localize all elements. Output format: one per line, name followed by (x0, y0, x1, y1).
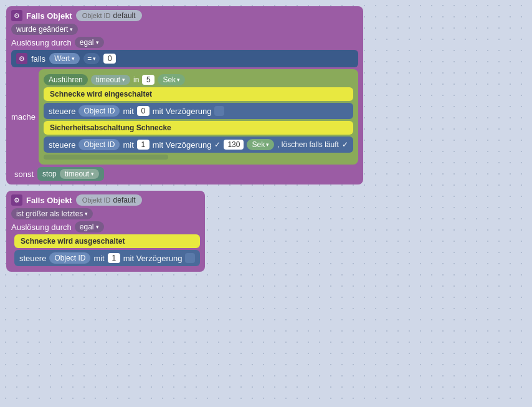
timeout-pill-1[interactable]: timeout (91, 75, 130, 85)
object-id-pill-3[interactable]: Object ID (49, 252, 90, 264)
block1-title: Falls Objekt (26, 11, 72, 21)
mit-label-2: mit (123, 140, 133, 150)
steuere-row-3: steuere Object ID mit 1 mit Verzögerung (14, 250, 200, 266)
ausloesung-row-2: Auslösung durch egal (11, 221, 200, 232)
object-id-pill-1[interactable]: Object ID (78, 105, 120, 117)
mache-row-1: mache Ausführen timeout in 5 Sek Schneck… (11, 69, 358, 165)
mache-label-1: mache (11, 112, 36, 122)
timeout-pill-2[interactable]: timeout (60, 169, 99, 179)
steuere-row-1: steuere Object ID mit 0 mit Verzögerung (44, 103, 353, 119)
objekt-id-value-2: default (113, 196, 136, 204)
objekt-id-value-1: default (113, 11, 136, 20)
gear-icon-2[interactable]: ⚙ (11, 194, 22, 206)
gear-icon-falls-1[interactable]: ⚙ (16, 53, 27, 64)
steuere-label-3: steuere (19, 254, 46, 263)
ausloesung-label-1: Auslösung durch (11, 38, 72, 47)
falls-label-1: falls (31, 54, 45, 64)
sonst-row-1: sonst stop timeout (11, 167, 358, 181)
yellow-block-1: Schnecke wird eingeschaltet (44, 87, 353, 101)
check1: ✓ (214, 140, 221, 149)
check2: ✓ (342, 140, 348, 149)
trigger-row-1: wurde geändert (11, 24, 358, 35)
ausloesung-row-1: Auslösung durch egal (11, 37, 358, 48)
ausfuehren-row: Ausführen timeout in 5 Sek (44, 74, 353, 85)
ausfuehren-block: Ausführen timeout in 5 Sek Schnecke wird… (39, 69, 358, 165)
objekt-id-pill-2[interactable]: Objekt ID default (76, 194, 142, 206)
object-id-pill-2[interactable]: Object ID (78, 139, 120, 150)
ausloesung-label-2: Auslösung durch (11, 223, 72, 232)
value-1b-box[interactable]: 1 (108, 253, 120, 263)
block-purple-1: ⚙ Falls Objekt Objekt ID default wurde g… (6, 6, 363, 184)
block-purple-2: ⚙ Falls Objekt Objekt ID default ist grö… (6, 191, 205, 272)
stop-label-1: stop (42, 170, 57, 178)
block-group-1: ⚙ Falls Objekt Objekt ID default wurde g… (6, 6, 363, 184)
mit-verzoegerung-label-1: mit Verzögerung (153, 107, 212, 116)
delay-btn-2[interactable] (185, 253, 195, 263)
mit-verzoegerung-label-3: mit Verzögerung (123, 254, 183, 263)
value-0b-box[interactable]: 0 (137, 106, 150, 116)
sonst-label-1: sonst (14, 170, 34, 179)
objekt-id-label-2: Objekt ID (82, 196, 111, 204)
sek-value-box[interactable]: 5 (142, 75, 154, 85)
gear-icon-1[interactable]: ⚙ (11, 10, 22, 21)
yellow-block-2: Sicherheitsabschaltung Schnecke (44, 121, 353, 135)
loeschen-label: , löschen falls läuft (277, 140, 339, 149)
objekt-id-label-1: Objekt ID (82, 12, 111, 19)
block-group-2: ⚙ Falls Objekt Objekt ID default ist grö… (6, 191, 205, 272)
objekt-id-pill-1[interactable]: Objekt ID default (76, 10, 142, 21)
block1-header: ⚙ Falls Objekt Objekt ID default (11, 10, 358, 21)
steuere-label-1: steuere (49, 107, 75, 116)
trigger-row-2: ist größer als letztes (11, 208, 200, 219)
sek-pill-2[interactable]: Sek (247, 139, 274, 150)
wert-pill-1[interactable]: Wert (49, 53, 80, 64)
stop-block-1: stop timeout (37, 167, 104, 181)
sek-pill-1[interactable]: Sek (158, 74, 185, 85)
yellow-block-3: Schnecke wird ausgeschaltet (14, 234, 200, 248)
falls-block-1: ⚙ falls Wert = 0 (11, 50, 358, 67)
trigger-dropdown-2[interactable]: ist größer als letztes (11, 208, 93, 219)
mit-label-1: mit (123, 107, 133, 116)
block2-header: ⚙ Falls Objekt Objekt ID default (11, 194, 200, 206)
block2-title: Falls Objekt (26, 196, 72, 205)
sek2-value-box[interactable]: 130 (224, 140, 244, 150)
equals-pill-1[interactable]: = (83, 53, 100, 64)
trigger-dropdown-1[interactable]: wurde geändert (11, 24, 78, 35)
delay-btn-1[interactable] (214, 106, 224, 116)
steuere-row-2: steuere Object ID mit 1 mit Verzögerung … (44, 136, 353, 153)
mit-verzoegerung-label-2: mit Verzögerung (153, 140, 212, 150)
ausfuehren-pill[interactable]: Ausführen (44, 74, 88, 85)
value-1-box[interactable]: 1 (137, 140, 150, 150)
ausloesung-value-2[interactable]: egal (75, 221, 104, 232)
value-0-box-1[interactable]: 0 (103, 54, 116, 64)
bottom-bar-1 (44, 155, 168, 160)
steuere-label-2: steuere (49, 140, 75, 150)
mit-label-3: mit (93, 254, 104, 263)
falls-header-1: ⚙ falls Wert = 0 (16, 53, 353, 64)
in-label-1: in (133, 75, 139, 84)
ausloesung-value-1[interactable]: egal (75, 37, 104, 48)
